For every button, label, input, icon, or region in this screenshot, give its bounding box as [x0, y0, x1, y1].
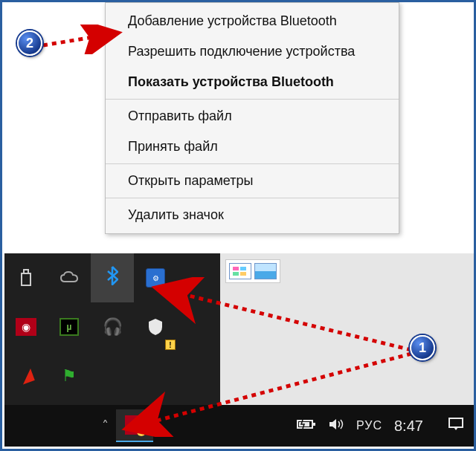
headphones-icon[interactable]: 🎧 [91, 302, 134, 351]
flag-icon[interactable]: ⚑ [48, 351, 91, 400]
svg-rect-1 [24, 270, 28, 273]
battery-icon[interactable] [297, 418, 316, 434]
menu-separator [106, 99, 399, 100]
clock[interactable]: 8:47 [394, 418, 436, 435]
menu-item-remove-icon[interactable]: Удалить значок [106, 200, 399, 230]
tray-empty [177, 302, 220, 351]
menu-separator [106, 198, 399, 198]
svg-rect-3 [240, 267, 246, 270]
menu-item-allow-device-connection[interactable]: Разрешить подключение устройства [106, 36, 399, 67]
red-app-icon[interactable]: ◢ [4, 351, 48, 400]
annotation-badge-1: 1 [410, 335, 435, 360]
bluetooth-context-menu: Добавление устройства Bluetooth Разрешит… [105, 2, 399, 234]
svg-rect-4 [233, 272, 239, 276]
tray-empty [177, 351, 220, 400]
utorrent-icon[interactable]: µ [48, 302, 91, 351]
menu-separator [106, 163, 399, 164]
taskbar: ˄ РУС 8:47 [4, 405, 476, 447]
usb-drive-icon[interactable] [4, 253, 48, 302]
windows-security-icon[interactable]: ! [134, 302, 177, 351]
tray-row: ⚙ [4, 253, 220, 302]
menu-item-open-settings[interactable]: Открыть параметры [106, 166, 399, 196]
language-indicator[interactable]: РУС [356, 419, 382, 432]
tray-empty [134, 351, 177, 400]
svg-rect-0 [22, 273, 30, 285]
intel-graphics-icon[interactable]: ⚙ [134, 253, 177, 302]
tray-empty [177, 253, 220, 302]
svg-rect-7 [313, 423, 315, 426]
tray-row: ◉ µ 🎧 ! [4, 302, 220, 351]
volume-icon[interactable] [328, 417, 344, 435]
tray-chevron-icon[interactable]: ˄ [94, 418, 116, 434]
taskbar-app-active[interactable] [116, 409, 153, 442]
cloud-icon[interactable] [48, 253, 91, 302]
camera-icon[interactable]: ◉ [4, 302, 48, 351]
svg-rect-2 [233, 267, 239, 270]
tray-row: ◢ ⚑ [4, 351, 220, 400]
thumbnail-item[interactable] [254, 263, 277, 279]
svg-rect-9 [449, 418, 463, 427]
svg-rect-5 [240, 272, 246, 276]
action-center-icon[interactable] [448, 417, 464, 435]
menu-item-receive-file[interactable]: Принять файл [106, 132, 399, 162]
thumbnail-switcher [225, 259, 280, 283]
menu-item-add-bluetooth-device[interactable]: Добавление устройства Bluetooth [106, 6, 399, 36]
tray-empty [91, 351, 134, 400]
menu-item-send-file[interactable]: Отправить файл [106, 101, 399, 132]
bluetooth-icon[interactable] [91, 253, 134, 302]
menu-item-show-bluetooth-devices[interactable]: Показать устройства Bluetooth [106, 67, 399, 97]
annotation-badge-2: 2 [17, 30, 42, 56]
system-tray-flyout: ⚙ ◉ µ 🎧 ! ◢ ⚑ [4, 253, 220, 406]
thumbnail-item[interactable] [229, 263, 251, 279]
